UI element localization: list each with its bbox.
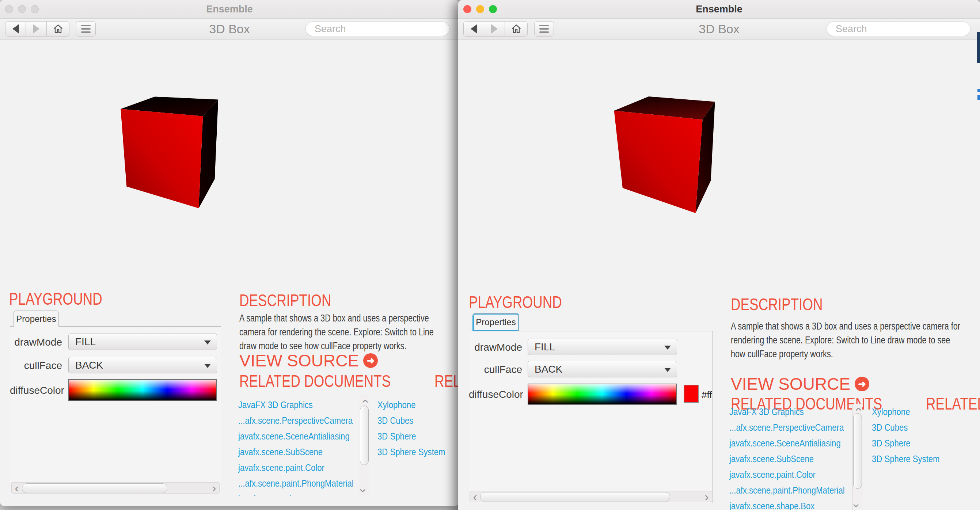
toolbar: 3D Box: [458, 19, 980, 40]
related-doc-link[interactable]: javafx.scene.shape.Box: [238, 493, 358, 496]
related-sample-link[interactable]: 3D Sphere: [872, 437, 970, 452]
description-text: A sample that shows a 3D box and uses a …: [731, 319, 980, 361]
related-documents-list: JavaFX 3D Graphics ...afx.scene.Perspect…: [238, 396, 358, 496]
related-doc-link[interactable]: JavaFX 3D Graphics: [729, 405, 851, 421]
chevron-down-icon: [204, 364, 211, 368]
related-sample-link[interactable]: 3D Cubes: [377, 414, 458, 430]
related-documents-scrollbar[interactable]: › ›: [359, 396, 369, 496]
scroll-right-icon[interactable]: ›: [702, 492, 711, 501]
hscrollbar-thumb[interactable]: [480, 492, 670, 502]
playground-panel: [469, 331, 713, 503]
playground-section-title: PLAYGROUND: [469, 292, 585, 312]
background-app-speck: [977, 89, 980, 92]
search-field[interactable]: [305, 22, 449, 36]
cullface-label: cullFace: [10, 360, 62, 372]
view-source-link[interactable]: VIEW SOURCE ➜: [239, 351, 378, 370]
diffusecolor-swatch: [684, 385, 698, 403]
3d-box-render[interactable]: [117, 77, 292, 274]
related-doc-link[interactable]: javafx.scene.paint.Color: [729, 468, 851, 484]
background-app-sliver: [977, 32, 980, 63]
related-doc-link[interactable]: ...afx.scene.PerspectiveCamera: [729, 421, 851, 437]
search-input[interactable]: [835, 23, 966, 35]
cullface-label: cullFace: [469, 364, 522, 375]
related-documents-title: RELATED DOCUMENTS: [239, 371, 429, 391]
diffusecolor-spectrum[interactable]: [528, 384, 677, 405]
cullface-combo[interactable]: BACK: [68, 357, 217, 373]
related-headers: RELATED DOCUMENTS RELATED SAMPLES: [239, 371, 459, 391]
search-field[interactable]: [827, 22, 970, 36]
background-app-speck: [977, 95, 980, 100]
related-doc-link[interactable]: ...afx.scene.paint.PhongMaterial: [729, 484, 851, 499]
related-documents-scrollbar[interactable]: › ›: [852, 404, 862, 510]
titlebar: Ensemble: [458, 0, 980, 19]
drawmode-combo[interactable]: FILL: [68, 334, 217, 350]
chevron-down-icon: [664, 368, 671, 372]
scroll-down-icon[interactable]: ›: [360, 486, 368, 495]
playground-hscrollbar[interactable]: ‹ ›: [11, 482, 220, 494]
description-section-title: DESCRIPTION: [239, 291, 354, 310]
scroll-left-icon[interactable]: ‹: [471, 492, 479, 501]
diffusecolor-label: diffuseColor: [10, 385, 62, 396]
toolbar: 3D Box: [0, 19, 459, 40]
playground-section-title: PLAYGROUND: [9, 289, 126, 309]
scroll-left-icon[interactable]: ‹: [13, 483, 21, 492]
ensemble-window-right: Ensemble 3D Box: [458, 0, 980, 510]
tab-properties[interactable]: Properties: [14, 311, 59, 327]
related-doc-link[interactable]: javafx.scene.SubScene: [238, 445, 358, 461]
related-documents-list: JavaFX 3D Graphics ...afx.scene.Perspect…: [729, 404, 851, 510]
related-samples-list: Xylophone 3D Cubes 3D Sphere 3D Sphere S…: [377, 396, 458, 496]
cullface-combo[interactable]: BACK: [528, 361, 677, 377]
scroll-right-icon[interactable]: ›: [210, 483, 218, 492]
description-text: A sample that shows a 3D box and uses a …: [239, 311, 459, 353]
related-samples-list: Xylophone 3D Cubes 3D Sphere 3D Sphere S…: [872, 404, 970, 510]
scroll-up-icon[interactable]: ›: [853, 405, 862, 413]
window-title: Ensemble: [0, 0, 459, 18]
related-doc-link[interactable]: javafx.scene.SceneAntialiasing: [729, 437, 851, 452]
window-title: Ensemble: [458, 0, 980, 18]
3d-box-render[interactable]: [612, 77, 791, 281]
diffusecolor-hex-value: #ff: [702, 389, 712, 401]
titlebar: Ensemble: [0, 0, 459, 19]
related-sample-link[interactable]: Xylophone: [377, 398, 458, 414]
diffusecolor-label: diffuseColor: [469, 389, 522, 400]
drawmode-label: drawMode: [469, 342, 522, 353]
related-doc-link[interactable]: ...afx.scene.PerspectiveCamera: [238, 414, 358, 430]
tab-properties[interactable]: Properties: [473, 313, 519, 330]
chevron-down-icon: [204, 340, 211, 345]
vscrollbar-thumb[interactable]: [360, 405, 369, 465]
search-input[interactable]: [314, 23, 445, 35]
description-section-title: DESCRIPTION: [731, 294, 846, 314]
related-doc-link[interactable]: javafx.scene.paint.Color: [238, 461, 358, 477]
related-doc-link[interactable]: javafx.scene.SubScene: [729, 452, 851, 468]
related-sample-link[interactable]: 3D Cubes: [872, 421, 970, 437]
ensemble-window-left: Ensemble 3D Box: [0, 0, 459, 506]
chevron-down-icon: [664, 346, 671, 350]
related-sample-link[interactable]: Xylophone: [872, 405, 970, 421]
hscrollbar-thumb[interactable]: [22, 483, 167, 493]
diffusecolor-spectrum[interactable]: [68, 379, 217, 401]
related-doc-link[interactable]: javafx.scene.shape.Box: [729, 499, 851, 510]
related-doc-link[interactable]: ...afx.scene.paint.PhongMaterial: [238, 477, 358, 493]
view-source-link[interactable]: VIEW SOURCE ➜: [731, 374, 869, 394]
arrow-right-icon: ➜: [855, 377, 869, 391]
related-doc-link[interactable]: javafx.scene.SceneAntialiasing: [238, 430, 358, 445]
playground-panel: [10, 326, 221, 494]
drawmode-label: drawMode: [10, 337, 62, 348]
scroll-up-icon[interactable]: ›: [360, 397, 368, 405]
playground-hscrollbar[interactable]: ‹ ›: [469, 491, 712, 502]
vscrollbar-thumb[interactable]: [853, 413, 862, 489]
scroll-down-icon[interactable]: ›: [853, 501, 862, 510]
related-sample-link[interactable]: 3D Sphere System: [872, 452, 970, 468]
related-sample-link[interactable]: 3D Sphere System: [377, 445, 458, 461]
arrow-right-icon: ➜: [363, 353, 378, 368]
drawmode-combo[interactable]: FILL: [528, 338, 677, 355]
related-doc-link[interactable]: JavaFX 3D Graphics: [238, 398, 358, 414]
related-samples-title: RELATED SAMPLES: [434, 371, 459, 391]
related-sample-link[interactable]: 3D Sphere: [377, 430, 458, 445]
